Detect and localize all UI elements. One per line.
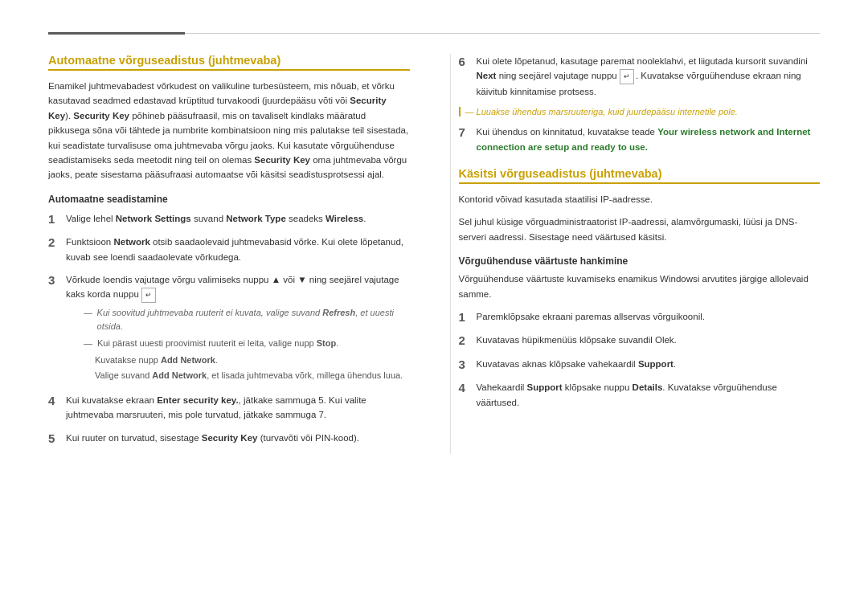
remote-icon: ↵ (141, 288, 156, 302)
list-item: 2 Kuvatavas hüpikmenüüs klõpsake suvandi… (459, 333, 821, 349)
list-item: 3 Võrkude loendis vajutage võrgu valimis… (48, 272, 410, 385)
list-item: 1 Valige lehel Network Settings suvand N… (48, 211, 410, 227)
right-column: 6 Kui olete lõpetanud, kasutage paremat … (450, 54, 821, 454)
left-title: Automaatne võrguseadistus (juhtmevaba) (48, 54, 410, 71)
list-item: 6 Kui olete lõpetanud, kasutage paremat … (459, 54, 821, 99)
left-numbered-list: 1 Valige lehel Network Settings suvand N… (48, 211, 410, 446)
subsection-title-values: Võrguühenduse väärtuste hankimine (459, 255, 821, 267)
right-mid-list: 7 Kui ühendus on kinnitatud, kuvatakse t… (459, 125, 821, 154)
left-column: Automaatne võrguseadistus (juhtmevaba) E… (48, 54, 418, 454)
subsection-values-intro: Võrguühenduse väärtuste kuvamiseks enami… (459, 272, 821, 301)
list-item: 7 Kui ühendus on kinnitatud, kuvatakse t… (459, 125, 821, 154)
left-intro: Enamikel juhtmevabadest võrkudest on val… (48, 79, 410, 182)
list-item: 3 Kuvatavas aknas klõpsake vahekaardil S… (459, 357, 821, 373)
italic-note: — Luuakse ühendus marsruuteriga, kuid ju… (459, 107, 821, 116)
list-item: 2 Funktsioon Network otsib saadaolevaid … (48, 235, 410, 264)
section2-intro2: Sel juhul küsige võrguadministraatorist … (459, 215, 821, 244)
list-item: 5 Kui ruuter on turvatud, sisestage Secu… (48, 431, 410, 447)
list-item: 1 Paremklõpsake ekraani paremas allserva… (459, 309, 821, 325)
right-section-title: Käsitsi võrguseadistus (juhtmevaba) (459, 167, 821, 184)
right-bottom-list: 1 Paremklõpsake ekraani paremas allserva… (459, 309, 821, 410)
list-item: 4 Kui kuvatakse ekraan Enter security ke… (48, 393, 410, 423)
right-top-list: 6 Kui olete lõpetanud, kasutage paremat … (459, 54, 821, 99)
subsection-title-auto: Automaatne seadistamine (48, 194, 410, 205)
remote-icon-2: ↵ (620, 69, 634, 84)
top-rule (48, 32, 820, 35)
item3-notes: — Kui soovitud juhtmevaba ruuterit ei ku… (84, 306, 410, 383)
section2-intro1: Kontorid võivad kasutada staatilisi IP-a… (459, 192, 821, 206)
list-item: 4 Vahekaardil Support klõpsake nuppu Det… (459, 380, 821, 410)
